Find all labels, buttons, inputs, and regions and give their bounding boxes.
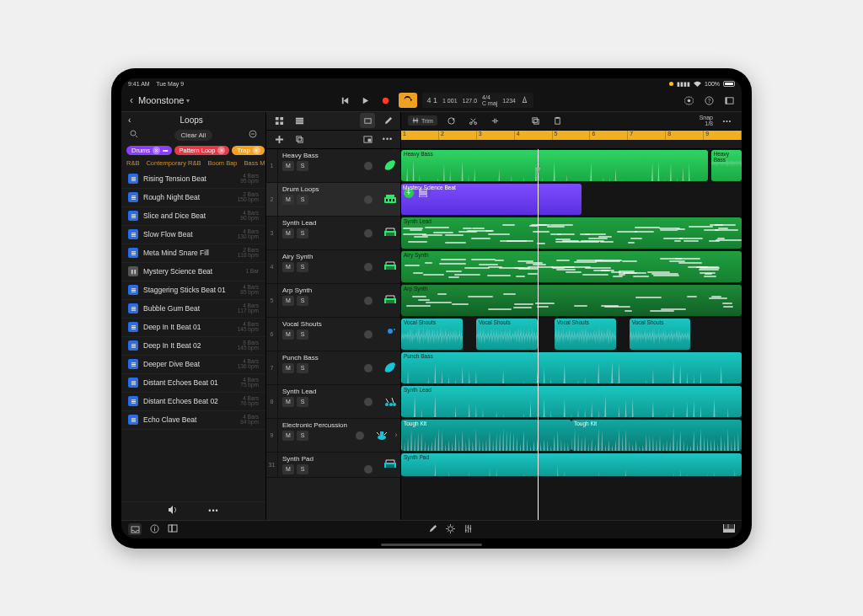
loop-type-icon[interactable] <box>128 359 138 369</box>
loop-type-icon[interactable] <box>128 211 138 221</box>
instrument-icon[interactable] <box>380 318 400 351</box>
chip-more-icon[interactable]: ••• <box>163 147 167 154</box>
region[interactable]: Airy Synth <box>401 251 742 282</box>
track-header-row[interactable]: 31 Synth Pad M S <box>266 453 400 478</box>
loop-row[interactable]: Staggering Sticks Beat 01 4 Bars85 bpm <box>121 281 265 300</box>
mute-button[interactable]: M <box>282 161 294 171</box>
track-lane[interactable]: Tough KitTough Kit <box>401 419 742 453</box>
mute-button[interactable]: M <box>282 363 294 373</box>
record-button[interactable] <box>378 93 394 108</box>
more-icon[interactable]: ••• <box>208 506 218 515</box>
track-header-row[interactable]: 8 Synth Lead M S <box>266 385 400 419</box>
grid-view-icon[interactable] <box>271 113 287 128</box>
track-header-row[interactable]: 4 Airy Synth M S <box>266 250 400 284</box>
go-to-start-button[interactable] <box>338 93 353 108</box>
loop-row[interactable]: Meta Mind Snare Fill 2 Bars118 bpm <box>121 244 265 263</box>
brightness-icon[interactable] <box>446 524 455 535</box>
settings-icon[interactable] <box>681 93 696 108</box>
chip-remove-icon[interactable]: × <box>153 147 160 154</box>
solo-button[interactable]: S <box>297 161 308 171</box>
region[interactable]: Vocal Shouts <box>401 319 463 350</box>
mute-button[interactable]: M <box>282 228 294 238</box>
loop-type-icon[interactable] <box>128 192 138 202</box>
track-name[interactable]: Drum Loops <box>282 185 376 193</box>
track-lane[interactable]: Arp Synth <box>401 284 742 318</box>
track-lane[interactable]: Punch Bass <box>401 351 742 385</box>
edit-icon[interactable] <box>428 524 437 535</box>
instrument-icon[interactable] <box>372 419 392 452</box>
add-track-button[interactable] <box>271 131 287 147</box>
filter-chip[interactable]: Trap× <box>232 146 264 155</box>
category-row[interactable]: R&BContemporary R&BBoom BapBass M <box>121 157 265 170</box>
instrument-icon[interactable] <box>380 453 400 477</box>
track-header-row[interactable]: 7 Punch Bass M S <box>266 351 400 385</box>
picture-in-picture-icon[interactable] <box>360 131 375 147</box>
track-header-row[interactable]: 9 Electronic Percussion M S › <box>266 419 400 453</box>
loop-type-icon[interactable] <box>128 266 138 276</box>
loop-type-icon[interactable] <box>128 396 138 406</box>
track-name[interactable]: Electronic Percussion <box>282 421 367 429</box>
loop-tool-icon[interactable] <box>444 113 459 128</box>
solo-button[interactable]: S <box>297 195 308 205</box>
library-icon[interactable] <box>168 524 178 534</box>
solo-button[interactable]: S <box>297 464 308 474</box>
region[interactable]: Punch Bass <box>401 352 742 383</box>
mute-button[interactable]: M <box>282 262 294 272</box>
loop-row[interactable]: Deeper Dive Beat 4 Bars136 bpm <box>121 356 265 374</box>
loop-row[interactable]: Distant Echoes Beat 01 4 Bars75 bpm <box>121 374 265 393</box>
loop-row[interactable]: Echo Clave Beat 4 Bars84 bpm <box>121 411 265 430</box>
search-icon[interactable] <box>128 130 140 140</box>
volume-icon[interactable] <box>168 506 178 516</box>
region[interactable]: Tough Kit <box>401 420 571 451</box>
track-name[interactable]: Synth Pad <box>282 455 376 463</box>
back-button[interactable]: ‹ <box>126 94 137 106</box>
help-icon[interactable]: ? <box>701 93 716 108</box>
keyboard-icon[interactable] <box>723 524 735 534</box>
category-item[interactable]: Boom Bap <box>207 159 237 167</box>
loop-type-icon[interactable] <box>128 248 138 258</box>
loop-list[interactable]: Rising Tension Beat 4 Bars95 bpm Rough N… <box>121 170 265 501</box>
volume-knob[interactable] <box>364 398 373 406</box>
category-item[interactable]: Contemporary R&B <box>146 159 201 167</box>
loop-type-icon[interactable] <box>128 378 138 388</box>
mixer-icon[interactable] <box>464 524 473 535</box>
chip-remove-icon[interactable]: × <box>253 147 260 154</box>
region[interactable]: Vocal Shouts <box>555 319 616 350</box>
lcd-display[interactable]: 4 1 1 001 127.0 4/4 C maj 1234 <box>422 93 533 108</box>
instrument-icon[interactable] <box>380 385 400 418</box>
category-item[interactable]: Bass M <box>244 159 265 167</box>
solo-button[interactable]: S <box>297 329 308 340</box>
track-header-row[interactable]: 5 Arp Synth M S <box>266 284 400 318</box>
solo-button[interactable]: S <box>297 431 308 441</box>
loop-type-icon[interactable] <box>128 322 138 332</box>
region[interactable]: Heavy Bass <box>401 150 708 181</box>
track-lane[interactable]: Synth Lead <box>401 217 742 250</box>
volume-knob[interactable] <box>364 196 373 204</box>
track-lane[interactable]: Heavy BassHeavy Bass <box>401 149 742 183</box>
expand-chevron-icon[interactable]: › <box>392 419 400 452</box>
region[interactable]: Synth Lead <box>401 386 742 417</box>
instrument-icon[interactable] <box>380 183 400 216</box>
solo-button[interactable]: S <box>297 363 308 373</box>
track-header-row[interactable]: 3 Synth Lead M S <box>266 217 400 250</box>
instrument-icon[interactable] <box>380 217 400 249</box>
volume-knob[interactable] <box>364 229 373 238</box>
track-more-icon[interactable]: ••• <box>380 131 395 147</box>
mute-button[interactable]: M <box>282 431 294 441</box>
filter-chip[interactable]: Drums×••• <box>126 146 172 155</box>
play-button[interactable] <box>358 93 373 108</box>
region[interactable]: + Mystery Science Beat <box>401 184 582 215</box>
loop-type-icon[interactable] <box>128 229 138 239</box>
region[interactable]: Vocal Shouts <box>476 319 538 350</box>
pencil-tool-icon[interactable] <box>380 113 395 128</box>
instrument-icon[interactable] <box>380 250 400 283</box>
loop-type-icon[interactable] <box>128 174 138 184</box>
timeline-more-icon[interactable]: ••• <box>720 113 735 128</box>
track-header-row[interactable]: 1 Heavy Bass M S <box>266 149 400 183</box>
track-name[interactable]: Airy Synth <box>282 253 376 260</box>
join-icon[interactable] <box>488 113 503 128</box>
track-name[interactable]: Heavy Bass <box>282 152 376 159</box>
track-name[interactable]: Punch Bass <box>282 354 376 362</box>
track-header-row[interactable]: 6 Vocal Shouts M S <box>266 318 400 351</box>
metronome-icon[interactable] <box>521 96 528 104</box>
